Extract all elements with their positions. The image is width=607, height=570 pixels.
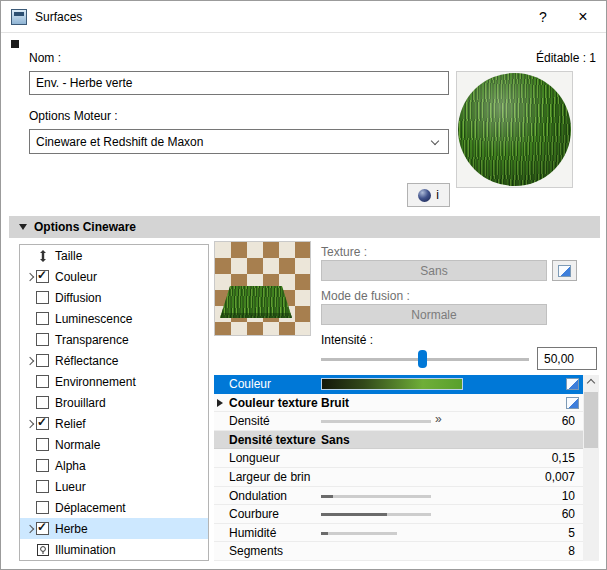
checkbox[interactable] [36, 291, 49, 304]
checkbox[interactable] [36, 333, 49, 346]
channel-label: Diffusion [55, 291, 101, 305]
channel-label: Taille [55, 249, 82, 263]
intensity-value-field[interactable]: 50,00 [537, 347, 597, 370]
grass-channel-preview [214, 241, 311, 336]
surfaces-dialog: Surfaces ? × Nom : Éditable : 1 Options … [0, 0, 607, 570]
property-value: 60 [562, 507, 575, 521]
property-row-ondulation[interactable]: Ondulation 10 [214, 487, 583, 506]
property-row-segments[interactable]: Segments 8 [214, 542, 583, 561]
property-row-densite-texture[interactable]: Densité texture Sans [214, 431, 583, 450]
dialog-icon [11, 9, 27, 25]
ondulation-slider[interactable] [321, 495, 431, 498]
title-bar: Surfaces ? × [1, 1, 606, 33]
property-row-couleur[interactable]: Couleur [214, 375, 583, 394]
close-button[interactable]: × [566, 1, 600, 33]
checkbox[interactable] [36, 354, 49, 367]
checkbox[interactable] [36, 522, 49, 535]
help-button[interactable]: ? [526, 1, 560, 33]
intensity-slider[interactable] [321, 349, 529, 369]
cinema4d-icon [418, 189, 431, 202]
expand-icon[interactable] [25, 356, 33, 364]
texture-icon[interactable] [566, 397, 579, 409]
checkbox[interactable] [36, 480, 49, 493]
fusion-mode-button[interactable]: Normale [321, 304, 547, 325]
expand-icon[interactable] [25, 524, 33, 532]
courbure-slider[interactable] [321, 513, 431, 516]
channel-row-herbe[interactable]: Herbe [20, 518, 208, 539]
color-gradient-bar[interactable] [321, 378, 463, 390]
surface-name-input[interactable] [29, 71, 449, 95]
channel-row-lueur[interactable]: Lueur [20, 476, 208, 497]
material-preview [456, 71, 573, 188]
checkbox[interactable] [36, 375, 49, 388]
channel-label: Alpha [55, 459, 86, 473]
window-title: Surfaces [35, 10, 82, 24]
size-icon [36, 249, 50, 263]
channel-row-brouillard[interactable]: Brouillard [20, 392, 208, 413]
cineware-info-button[interactable]: i [407, 183, 450, 207]
property-value: 0,15 [552, 451, 575, 465]
collapse-triangle-icon [19, 224, 27, 230]
expand-icon[interactable] [25, 419, 33, 427]
texture-icon[interactable] [566, 378, 579, 390]
channel-row-environnement[interactable]: Environnement [20, 371, 208, 392]
channel-label: Couleur [55, 270, 97, 284]
channel-label: Transparence [55, 333, 129, 347]
channel-row-relief[interactable]: Relief [20, 413, 208, 434]
illumination-icon [36, 543, 50, 557]
densite-slider[interactable] [321, 420, 431, 423]
grass-patch-image [220, 286, 292, 318]
fusion-mode-label: Mode de fusion : [321, 289, 410, 303]
property-row-largeur-de-brin[interactable]: Largeur de brin 0,007 [214, 468, 583, 487]
channel-row-diffusion[interactable]: Diffusion [20, 287, 208, 308]
property-row-humidite[interactable]: Humidité 5 [214, 524, 583, 543]
channel-label: Réflectance [55, 354, 118, 368]
section-title: Options Cineware [34, 220, 136, 234]
property-row-longueur[interactable]: Longueur 0,15 [214, 449, 583, 468]
section-options-cineware[interactable]: Options Cineware [9, 216, 600, 238]
grass-property-list: Couleur Couleur texture Bruit Densité 60… [214, 375, 583, 561]
channel-row-alpha[interactable]: Alpha [20, 455, 208, 476]
engine-select[interactable]: Cineware et Redshift de Maxon [29, 129, 449, 154]
texture-button[interactable]: Sans [321, 260, 547, 281]
checkbox[interactable] [36, 396, 49, 409]
collapse-toggle-icon[interactable] [11, 40, 19, 48]
property-value: 8 [568, 544, 575, 558]
channel-label: Brouillard [55, 396, 106, 410]
channel-row-couleur[interactable]: Couleur [20, 266, 208, 287]
channel-label: Relief [55, 417, 86, 431]
channel-row-normale[interactable]: Normale [20, 434, 208, 455]
checkbox[interactable] [36, 417, 49, 430]
channel-label: Luminescence [55, 312, 132, 326]
channel-label: Lueur [55, 480, 86, 494]
checkbox[interactable] [36, 438, 49, 451]
property-row-courbure[interactable]: Courbure 60 [214, 505, 583, 524]
checkbox[interactable] [36, 312, 49, 325]
property-row-couleur-texture[interactable]: Couleur texture Bruit [214, 394, 583, 413]
expand-icon[interactable] [217, 399, 223, 407]
checkbox[interactable] [36, 501, 49, 514]
scrollbar-thumb[interactable] [584, 392, 598, 448]
property-list-scrollbar[interactable] [583, 375, 599, 561]
checkbox[interactable] [36, 459, 49, 472]
name-label: Nom : [29, 51, 61, 65]
channel-row-reflectance[interactable]: Réflectance [20, 350, 208, 371]
property-value: 10 [562, 489, 575, 503]
channel-row-deplacement[interactable]: Déplacement [20, 497, 208, 518]
channel-row-taille[interactable]: Taille [20, 245, 208, 266]
property-value: Sans [321, 433, 350, 447]
property-value: Bruit [321, 396, 349, 410]
expand-icon[interactable] [25, 272, 33, 280]
channel-row-luminescence[interactable]: Luminescence [20, 308, 208, 329]
property-value: 5 [568, 526, 575, 540]
slider-handle-icon[interactable] [435, 412, 442, 426]
scroll-up-button[interactable] [583, 375, 599, 391]
slider-thumb[interactable] [418, 350, 427, 368]
channel-row-illumination[interactable]: Illumination [20, 539, 208, 560]
property-row-densite[interactable]: Densité 60 [214, 412, 583, 431]
texture-picker-button[interactable] [552, 260, 577, 281]
channel-row-transparence[interactable]: Transparence [20, 329, 208, 350]
humidite-slider[interactable] [321, 532, 397, 535]
checkbox[interactable] [36, 270, 49, 283]
engine-label: Options Moteur : [29, 109, 118, 123]
